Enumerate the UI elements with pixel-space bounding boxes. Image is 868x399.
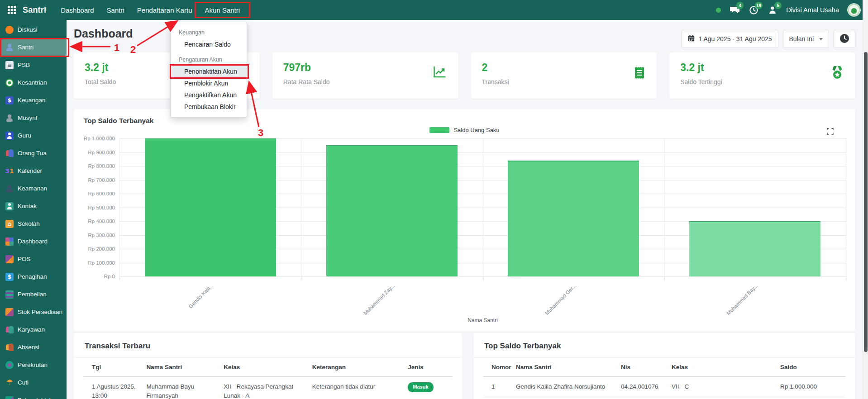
- y-tick-label: Rp 300.000: [88, 233, 115, 238]
- bar-gendis-kalil[interactable]: [145, 138, 276, 276]
- period-label: Bulan Ini: [789, 35, 814, 43]
- bar-muhammad-zay[interactable]: [326, 145, 458, 276]
- chat-icon[interactable]: 4: [729, 5, 740, 15]
- dropdown-item-pemblokir-akun[interactable]: Pemblokir Akun: [171, 77, 247, 89]
- column-header: Jenis: [408, 358, 452, 377]
- status-dot: [716, 8, 721, 13]
- stat-value: 3.2 jt: [680, 62, 844, 74]
- sidebar-item-label: POS: [18, 256, 31, 262]
- sidebar-item-penagihan[interactable]: $Penagihan: [0, 268, 67, 285]
- page-title: Dashboard: [74, 27, 133, 40]
- history-button[interactable]: [834, 30, 855, 48]
- dropdown-item-penonaktifan-akun[interactable]: Penonaktifan Akun: [171, 66, 247, 77]
- sidebar-item-pos[interactable]: POS: [0, 250, 67, 268]
- category-gridline: [119, 138, 120, 276]
- top-saldo-card: Top Saldo Terbanyak NomorNama SantriNisK…: [473, 333, 855, 399]
- sidebar-item-kalender[interactable]: 31Kalender: [0, 162, 67, 180]
- scrollbar-track[interactable]: [863, 0, 868, 399]
- teacher-icon: [5, 132, 14, 140]
- person-approval-icon[interactable]: 5: [767, 5, 778, 15]
- column-header: Keterangan: [312, 358, 408, 377]
- medal-icon: [831, 66, 844, 81]
- transactions-table-body: 1 Agustus 2025, 13:00Muhammad Bayu Firma…: [84, 377, 452, 399]
- sidebar-item-pembelian[interactable]: Pembelian: [0, 285, 67, 303]
- dropdown-section-header: Keuangan: [171, 29, 247, 38]
- brand-name: Santri: [23, 5, 46, 15]
- calendar-icon: [688, 35, 695, 43]
- transactions-table-head: TglNama SantriKelasKeteranganJenis: [84, 358, 452, 377]
- stat-label: Saldo Tertinggi: [680, 78, 844, 86]
- sidebar-item-orang-tua[interactable]: Orang Tua: [0, 144, 67, 162]
- sidebar-item-absensi[interactable]: Absensi: [0, 338, 67, 356]
- mentor-icon: [5, 114, 14, 122]
- sidebar-item-guru[interactable]: Guru: [0, 127, 67, 144]
- billing-icon: $: [5, 273, 14, 281]
- history-clock-icon[interactable]: 19: [748, 5, 759, 15]
- purchase-icon: [5, 290, 14, 299]
- top-saldo-table-body: 1Gendis Kalila Zhafira Norsujianto04.24.…: [483, 377, 845, 397]
- division-name: Divisi Amal Usaha: [786, 6, 839, 14]
- date-range-label: 1 Agu 2025 - 31 Agu 2025: [699, 35, 772, 43]
- x-axis-label: Gendis Kalil...: [187, 283, 214, 309]
- link-tracker-icon: [5, 396, 14, 399]
- nav-item-pendaftaran-kartu[interactable]: Pendaftaran Kartu: [131, 0, 199, 20]
- sidebar-item-musyrif[interactable]: Musyrif: [0, 109, 67, 127]
- table-row[interactable]: 1Gendis Kalila Zhafira Norsujianto04.24.…: [483, 377, 845, 397]
- dropdown-item-pengaktifkan-akun[interactable]: Pengaktifkan Akun: [171, 89, 247, 101]
- x-axis-label: Muhammad Ger...: [544, 283, 577, 316]
- history-badge: 19: [755, 2, 763, 9]
- nav-item-dashboard[interactable]: Dashboard: [54, 0, 100, 20]
- brand[interactable]: Santri: [0, 0, 54, 20]
- sidebar-item-pelacak-link[interactable]: Pelacak Link: [0, 391, 67, 399]
- expand-icon[interactable]: [827, 128, 834, 137]
- column-header: Kelas: [672, 358, 780, 377]
- navbar-menu: DashboardSantriPendaftaran KartuAkun San…: [54, 0, 246, 20]
- sidebar-item-santri[interactable]: Santri: [0, 38, 67, 56]
- sidebar-item-stok-persediaan[interactable]: Stok Persediaan: [0, 303, 67, 321]
- scrollbar-thumb[interactable]: [864, 52, 868, 352]
- sidebar-item-karyawan[interactable]: Karyawan: [0, 321, 67, 338]
- bar-muhammad-bay[interactable]: [689, 221, 820, 276]
- dropdown-item-pembukaan-blokir[interactable]: Pembukaan Blokir: [171, 101, 247, 113]
- sidebar-item-sekolah[interactable]: ⌂Sekolah: [0, 215, 67, 233]
- table-cell: Muhammad Bayu Firmansyah: [146, 377, 224, 399]
- sidebar-item-dashboard[interactable]: Dashboard: [0, 233, 67, 250]
- stock-icon: [5, 308, 14, 316]
- apps-grid-icon[interactable]: [6, 5, 17, 15]
- stat-card-rata-rata-saldo: 797rbRata Rata Saldo: [272, 52, 458, 99]
- column-header: Nama Santri: [516, 358, 621, 377]
- nav-item-label: Santri: [107, 6, 124, 14]
- sidebar-item-label: Sekolah: [18, 220, 40, 227]
- nav-item-santri[interactable]: Santri: [100, 0, 131, 20]
- sidebar-item-kontak[interactable]: Kontak: [0, 197, 67, 215]
- sidebar-item-keamanan[interactable]: Keamanan: [0, 180, 67, 197]
- sidebar-item-keuangan[interactable]: $Keuangan: [0, 91, 67, 109]
- nav-item-label: Akun Santri: [205, 6, 240, 14]
- sidebar-item-perekrutan[interactable]: Perekrutan: [0, 356, 67, 374]
- dropdown-item-pencairan-saldo[interactable]: Pencairan Saldo: [171, 38, 247, 50]
- x-axis-label: Muhammad Bay...: [725, 283, 759, 316]
- sidebar-item-label: Santri: [18, 44, 33, 51]
- transactions-title: Transaksi Terbaru: [74, 333, 462, 358]
- sidebar-item-label: Musyrif: [18, 114, 38, 121]
- y-tick-label: Rp 900.000: [88, 150, 115, 155]
- header-controls: 1 Agu 2025 - 31 Agu 2025 Bulan Ini: [682, 30, 855, 48]
- bar-muhammad-ger[interactable]: [508, 161, 639, 276]
- student-icon: [5, 43, 14, 52]
- sidebar-item-label: Karyawan: [18, 326, 45, 333]
- dropdown-section-header: Pengaturan Akun: [171, 57, 247, 65]
- period-select[interactable]: Bulan Ini: [783, 30, 829, 48]
- sidebar-item-label: Kalender: [18, 167, 42, 174]
- stat-card-saldo-tertinggi: 3.2 jtSaldo Tertinggi: [669, 52, 855, 99]
- nav-item-akun-santri[interactable]: Akun Santri: [199, 0, 247, 20]
- sidebar-item-diskusi[interactable]: Diskusi: [0, 21, 67, 38]
- calendar31-icon: 31: [5, 167, 14, 175]
- sidebar-item-label: Perekrutan: [18, 361, 48, 368]
- table-row[interactable]: 1 Agustus 2025, 13:00Muhammad Bayu Firma…: [84, 377, 452, 399]
- date-range-button[interactable]: 1 Agu 2025 - 31 Agu 2025: [682, 30, 778, 48]
- sidebar-item-psb[interactable]: ≡PSB: [0, 56, 67, 74]
- sidebar-item-cuti[interactable]: ☂Cuti: [0, 374, 67, 391]
- top-saldo-table-head: NomorNama SantriNisKelasSaldo: [483, 358, 845, 377]
- avatar[interactable]: [847, 3, 861, 17]
- sidebar-item-kesantrian[interactable]: Kesantrian: [0, 74, 67, 91]
